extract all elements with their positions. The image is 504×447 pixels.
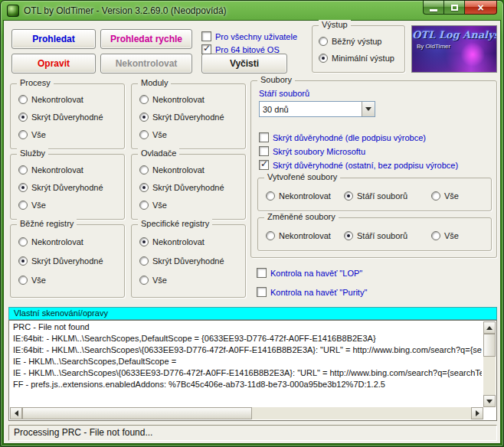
group-label: Ovladače xyxy=(138,148,179,158)
checkbox-indicator[interactable] xyxy=(257,268,267,278)
radio-option[interactable]: Nekontrolovat xyxy=(18,164,83,175)
radio-indicator[interactable] xyxy=(18,130,28,139)
radio-indicator[interactable] xyxy=(139,237,149,246)
radio-indicator[interactable] xyxy=(431,231,440,240)
quick-scan-button[interactable]: Prohledat rychle xyxy=(100,29,192,49)
close-button[interactable]: × xyxy=(465,1,497,15)
radio-indicator[interactable] xyxy=(139,95,149,104)
radio-option[interactable]: Nekontrolovat xyxy=(18,236,83,247)
radio-indicator[interactable] xyxy=(266,191,275,201)
scroll-up-button[interactable] xyxy=(483,321,496,334)
radio-option[interactable]: Stáří souborů xyxy=(344,230,407,241)
radio-output-normal[interactable]: Běžný výstup xyxy=(319,35,381,47)
radio-indicator[interactable] xyxy=(18,183,28,192)
radio-option[interactable]: Vše xyxy=(18,129,46,140)
radio-indicator[interactable] xyxy=(18,113,28,122)
checkbox-label: Kontrola na havěť "Purity" xyxy=(270,288,367,297)
titlebar[interactable]: OTL by OldTimer - Version 3.2.69.0 (Neod… xyxy=(1,1,503,21)
radio-option[interactable]: Vše xyxy=(139,199,167,210)
radio-indicator[interactable] xyxy=(344,231,353,240)
checkbox-indicator[interactable] xyxy=(201,44,211,54)
radio-option[interactable]: Nekontrolovat xyxy=(139,93,205,105)
group-label: Moduly xyxy=(138,78,171,87)
checkbox-hide-signed[interactable]: Skrýt důvěryhodné (dle podpisu výrobce) xyxy=(259,132,426,143)
radio-indicator[interactable] xyxy=(18,165,28,175)
scroll-down-button[interactable] xyxy=(483,395,496,407)
radio-indicator[interactable] xyxy=(18,276,28,285)
minimize-icon xyxy=(430,9,437,11)
horizontal-scrollbar[interactable] xyxy=(10,407,483,419)
radio-indicator[interactable] xyxy=(18,237,28,246)
file-age-select[interactable]: 30 dnů xyxy=(259,101,375,117)
radio-option[interactable]: Nekontrolovat xyxy=(266,190,331,201)
scroll-left-button[interactable] xyxy=(10,407,22,419)
radio-indicator[interactable] xyxy=(319,54,328,63)
radio-option[interactable]: Vše xyxy=(431,190,459,201)
radio-option[interactable]: Vše xyxy=(139,274,167,285)
checkbox-label: Skrýt důvěryhodné (ostatní, bez podpisu … xyxy=(273,161,458,170)
checkbox-indicator[interactable] xyxy=(257,287,267,297)
radio-option[interactable]: Nekontrolovat xyxy=(266,230,331,241)
checkbox-all-users[interactable]: Pro všechny uživatele xyxy=(201,31,297,42)
radio-option[interactable]: Skrýt Důveryhodné xyxy=(18,111,103,122)
logo-byline: By OldTimer xyxy=(417,43,450,50)
radio-indicator[interactable] xyxy=(139,183,149,192)
radio-indicator[interactable] xyxy=(139,201,149,210)
custom-scan-content[interactable]: PRC - File not found IE:64bit: - HKLM\..… xyxy=(11,321,482,406)
radio-indicator[interactable] xyxy=(431,191,440,201)
checkbox-label: Pro všechny uživatele xyxy=(215,32,297,41)
scan-button[interactable]: Prohledat xyxy=(11,29,96,49)
log-line: IE - HKLM\..\SearchScopes,DefaultScope = xyxy=(11,356,482,367)
checkbox-hide-other-trusted[interactable]: Skrýt důvěryhodné (ostatní, bez podpisu … xyxy=(259,159,458,171)
scroll-right-button[interactable] xyxy=(471,407,483,419)
checkbox-lop-check[interactable]: Kontrola na havěť "LOP" xyxy=(257,267,362,279)
radio-option[interactable]: Skrýt Důveryhodné xyxy=(139,111,224,122)
horizontal-scroll-thumb[interactable] xyxy=(22,407,252,419)
minimize-button[interactable] xyxy=(423,1,444,15)
dropdown-button[interactable] xyxy=(362,102,375,116)
radio-option[interactable]: Nekontrolovat xyxy=(139,164,205,175)
radio-option[interactable]: Skrýt Důveryhodné xyxy=(139,255,224,266)
vertical-scrollbar[interactable] xyxy=(483,321,496,407)
radio-option[interactable]: Vše xyxy=(18,274,46,285)
checkbox-purity-check[interactable]: Kontrola na havěť "Purity" xyxy=(257,286,367,298)
radio-indicator[interactable] xyxy=(319,37,328,46)
radio-indicator[interactable] xyxy=(266,231,275,240)
file-age-label: Stáří souborů xyxy=(259,87,309,99)
dialog-body: Prohledat Prohledat rychle Opravit Nekon… xyxy=(4,21,500,443)
radio-output-minimal[interactable]: Minimální výstup xyxy=(319,52,394,64)
checkbox-64bit-os[interactable]: Pro 64 bitové OS xyxy=(201,44,280,55)
radio-indicator[interactable] xyxy=(139,276,149,285)
radio-option[interactable]: Vše xyxy=(18,199,46,210)
checkbox-label: Skrýt důvěryhodné (dle podpisu výrobce) xyxy=(273,133,426,142)
fix-button[interactable]: Opravit xyxy=(11,54,96,73)
radio-indicator[interactable] xyxy=(344,191,353,201)
radio-option[interactable]: Vše xyxy=(139,129,167,140)
radio-indicator[interactable] xyxy=(18,201,28,210)
radio-option[interactable]: Nekontrolovat xyxy=(139,236,205,247)
radio-option[interactable]: Stáří souborů xyxy=(344,190,407,201)
checkbox-indicator[interactable] xyxy=(259,146,269,156)
checkbox-indicator[interactable] xyxy=(259,160,269,170)
radio-option[interactable]: Skrýt Důveryhodné xyxy=(18,181,103,193)
maximize-button[interactable] xyxy=(444,1,465,15)
radio-indicator[interactable] xyxy=(18,256,28,266)
checkbox-indicator[interactable] xyxy=(201,31,211,41)
checkbox-indicator[interactable] xyxy=(259,132,269,142)
radio-indicator[interactable] xyxy=(139,165,149,175)
none-button[interactable]: Nekontrolovat xyxy=(100,54,192,73)
vertical-scroll-thumb[interactable] xyxy=(483,334,496,357)
radio-indicator[interactable] xyxy=(18,95,28,104)
radio-label: Minimální výstup xyxy=(332,54,394,63)
radio-option[interactable]: Nekontrolovat xyxy=(18,93,83,105)
custom-scan-textbox[interactable]: PRC - File not found IE:64bit: - HKLM\..… xyxy=(8,320,497,421)
clean-button[interactable]: Vyčisti xyxy=(201,54,287,73)
radio-option[interactable]: Vše xyxy=(431,230,459,241)
radio-indicator[interactable] xyxy=(139,256,149,266)
radio-option[interactable]: Skrýt Důveryhodné xyxy=(139,181,224,193)
radio-indicator[interactable] xyxy=(139,130,149,139)
radio-option[interactable]: Skrýt Důveryhodné xyxy=(18,255,103,266)
checkbox-hide-microsoft[interactable]: Skrýt soubory Microsoftu xyxy=(259,145,365,157)
radio-indicator[interactable] xyxy=(139,113,149,122)
file-age-value: 30 dnů xyxy=(260,105,362,114)
